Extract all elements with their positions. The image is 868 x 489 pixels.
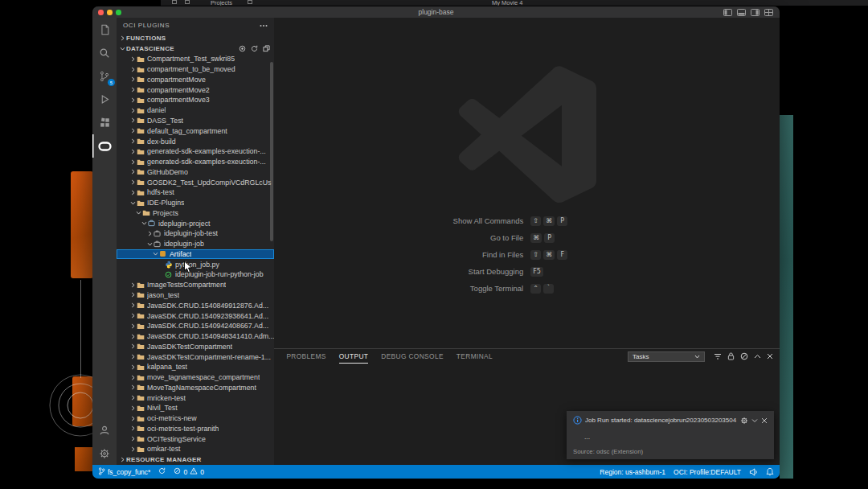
tree-item[interactable]: DASS_Test bbox=[117, 116, 274, 126]
tree-item[interactable]: ideplugin-job-run-python-job bbox=[117, 269, 274, 280]
tree-item[interactable]: ideplugin-project bbox=[117, 218, 274, 228]
lock-icon[interactable] bbox=[727, 352, 735, 360]
section-datascience[interactable]: DATASCIENCE bbox=[117, 43, 274, 54]
tree-item[interactable]: python_job.py bbox=[117, 259, 274, 269]
menubar-projects-label: Projects bbox=[211, 0, 232, 6]
tree-item[interactable]: Nivil_Test bbox=[117, 403, 274, 413]
statusbar-oci-profile[interactable]: OCI: Profile:DEFAULT bbox=[674, 468, 741, 476]
clear-output-icon[interactable] bbox=[740, 352, 748, 360]
notification-toast[interactable]: Job Run started: datasciencejobrun202305… bbox=[567, 411, 774, 459]
refresh-icon[interactable] bbox=[251, 45, 258, 52]
tree-item[interactable]: jason_test bbox=[117, 290, 274, 301]
zoom-window-button[interactable] bbox=[116, 10, 121, 15]
tree-item[interactable]: JavaSDK.CRUD.1540923938641.Ad... bbox=[117, 310, 274, 321]
oci-plugins-icon[interactable] bbox=[92, 134, 117, 158]
tree-item[interactable]: dex-build bbox=[117, 136, 274, 146]
tree-item[interactable]: mricken-test bbox=[117, 392, 274, 403]
toggle-secondary-sidebar-icon[interactable] bbox=[751, 9, 760, 16]
tree-item[interactable]: hdfs-test bbox=[117, 187, 274, 198]
sidebar-scrollbar[interactable] bbox=[270, 62, 273, 241]
tree-item[interactable]: kalpana_test bbox=[117, 362, 274, 372]
chevron-right-icon bbox=[147, 231, 154, 236]
close-panel-icon[interactable] bbox=[767, 353, 773, 360]
panel-tab-problems[interactable]: PROBLEMS bbox=[286, 349, 326, 364]
more-actions-icon[interactable] bbox=[260, 22, 268, 29]
source-control-icon[interactable]: 5 bbox=[92, 64, 117, 88]
folder-icon bbox=[137, 55, 147, 63]
tree-item[interactable]: oci-metrics-new bbox=[117, 413, 274, 424]
tree-item[interactable]: omkar-test bbox=[117, 444, 274, 454]
notification-settings-gear-icon[interactable] bbox=[740, 417, 748, 425]
tree-item[interactable]: JavaSDKTestCompartment bbox=[117, 341, 274, 351]
tree-item[interactable]: default_tag_compartment bbox=[117, 125, 274, 136]
close-icon[interactable] bbox=[761, 417, 768, 424]
titlebar[interactable]: plugin-base bbox=[92, 6, 780, 18]
statusbar-sync[interactable] bbox=[158, 467, 166, 476]
run-debug-icon[interactable] bbox=[92, 88, 117, 111]
statusbar-branch[interactable]: fs_copy_func* bbox=[98, 467, 150, 477]
minimize-window-button[interactable] bbox=[107, 10, 113, 15]
tree-item[interactable]: GOSDK2_Test_UpdCompiVCdRGLcUs bbox=[117, 177, 274, 187]
tree-item[interactable]: Artifact bbox=[117, 249, 274, 260]
tree-item[interactable]: Projects bbox=[117, 208, 274, 218]
chevron-down-icon[interactable] bbox=[751, 418, 758, 423]
tree-item[interactable]: ImageTestsCompartment bbox=[117, 280, 274, 290]
section-functions[interactable]: FUNCTIONS bbox=[117, 33, 274, 43]
panel-tab-output[interactable]: OUTPUT bbox=[339, 349, 369, 364]
maximize-panel-icon[interactable] bbox=[754, 354, 761, 359]
python-icon bbox=[165, 261, 175, 269]
tree-item-label: JavaSDKTestCompartment bbox=[147, 343, 232, 351]
search-icon[interactable] bbox=[92, 41, 117, 64]
tree-item[interactable]: Compartment_Test_swkri85 bbox=[117, 54, 274, 64]
output-filter-icon[interactable] bbox=[714, 353, 722, 360]
toggle-panel-icon[interactable] bbox=[737, 9, 746, 16]
tree-item[interactable]: generated-sdk-examples-exeuction-... bbox=[117, 146, 274, 157]
tree-item[interactable]: compartmentMove3 bbox=[117, 95, 274, 105]
tree-item[interactable]: daniel bbox=[117, 105, 274, 116]
open-in-editor-icon[interactable] bbox=[263, 45, 270, 52]
tree-item[interactable]: JavaSDK.CRUD.1540942408667.Ad... bbox=[117, 321, 274, 331]
account-icon[interactable] bbox=[92, 418, 117, 442]
tree-item-label: hdfs-test bbox=[147, 188, 174, 196]
chevron-right-icon bbox=[130, 416, 137, 421]
record-filter-icon[interactable] bbox=[239, 45, 246, 52]
explorer-icon[interactable] bbox=[92, 18, 117, 41]
panel-tab-terminal[interactable]: TERMINAL bbox=[457, 349, 493, 364]
tree-item[interactable]: JavaSDK.CRUD.1540849912876.Ad... bbox=[117, 300, 274, 310]
folder-icon bbox=[137, 189, 147, 196]
customize-layout-icon[interactable] bbox=[764, 9, 773, 16]
settings-gear-icon[interactable] bbox=[92, 442, 117, 465]
folder-icon bbox=[137, 312, 147, 319]
output-channel-select[interactable]: Tasks bbox=[628, 351, 705, 362]
statusbar-problems[interactable]: 0 0 bbox=[174, 467, 203, 476]
statusbar-region[interactable]: Region: us-ashburn-1 bbox=[600, 468, 665, 476]
shortcut-keys: ⇧⌘F bbox=[530, 250, 780, 260]
chevron-right-icon bbox=[130, 87, 137, 92]
folder-icon bbox=[142, 209, 153, 216]
desktop: Projects My Movie 4 plugin-base bbox=[0, 0, 868, 489]
keycap: P bbox=[544, 233, 555, 243]
tree-item[interactable]: GitHubDemo bbox=[117, 166, 274, 177]
tree-item[interactable]: ideplugin-job-test bbox=[117, 228, 274, 239]
shortcut-keys: ⌃` bbox=[530, 284, 780, 294]
tree-item[interactable]: compartment_to_be_moved bbox=[117, 64, 274, 75]
close-window-button[interactable] bbox=[98, 10, 104, 15]
toggle-sidebar-icon[interactable] bbox=[723, 9, 732, 16]
tree-item[interactable]: ideplugin-job bbox=[117, 239, 274, 249]
tree-item[interactable]: generated-sdk-examples-exeuction-... bbox=[117, 157, 274, 167]
tree-item[interactable]: JavaSDKTestCompartment-rename-1... bbox=[117, 351, 274, 362]
notifications-bell-icon[interactable] bbox=[766, 467, 774, 476]
tree-item[interactable]: OCITestingService bbox=[117, 434, 274, 444]
tree-item[interactable]: JavaSDK.CRUD.1540948341410.Adm... bbox=[117, 331, 274, 342]
feedback-icon[interactable] bbox=[749, 468, 758, 476]
section-resource-manager[interactable]: RESOURCE MANAGER bbox=[117, 454, 274, 465]
panel-tab-debug-console[interactable]: DEBUG CONSOLE bbox=[381, 349, 444, 364]
extensions-icon[interactable] bbox=[92, 111, 117, 134]
tree-item[interactable]: move_tagnamespace_compartment bbox=[117, 372, 274, 383]
tree-item[interactable]: oci-metrics-test-pranith bbox=[117, 424, 274, 434]
tree-item[interactable]: compartmentMove2 bbox=[117, 84, 274, 95]
chevron-right-icon bbox=[119, 35, 126, 41]
tree-item[interactable]: IDE-Plugins bbox=[117, 198, 274, 208]
tree-item[interactable]: compartmentMove bbox=[117, 75, 274, 85]
tree-item[interactable]: MoveTagNamespaceCompartment bbox=[117, 383, 274, 393]
